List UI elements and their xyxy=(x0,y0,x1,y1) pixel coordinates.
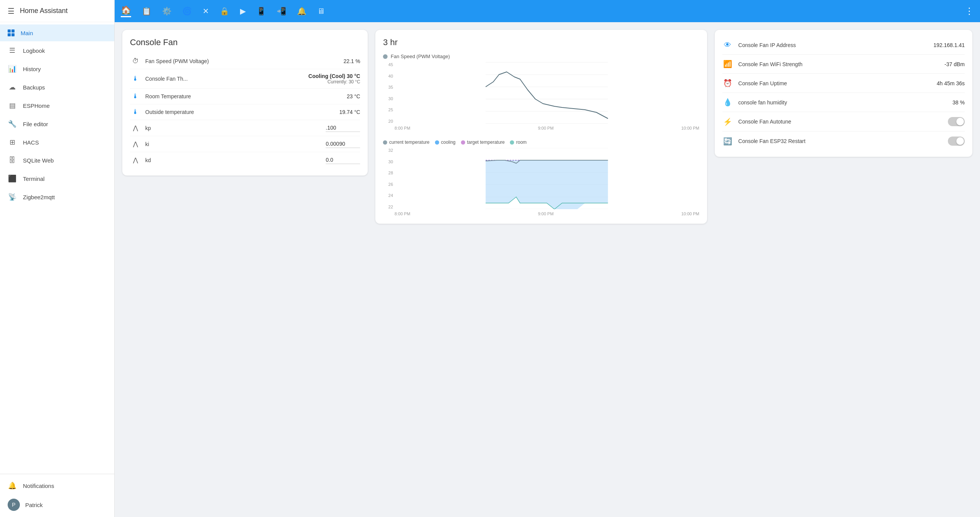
y-label: 24 xyxy=(388,193,393,198)
nav-play-icon[interactable]: ▶ xyxy=(240,7,246,16)
kp-icon: ⋀ xyxy=(130,124,141,132)
sidebar-item-label: File editor xyxy=(23,121,48,127)
zigbee-icon: 📡 xyxy=(8,193,17,201)
sensor-row-room-temp: 🌡 Room Temperature 23 °C xyxy=(130,89,360,104)
sidebar-item-sqlite[interactable]: 🗄 SQLite Web xyxy=(0,151,114,169)
ip-label: Console Fan IP Address xyxy=(738,42,928,48)
sidebar-item-main[interactable]: Main xyxy=(0,24,114,41)
sidebar-item-logbook[interactable]: ☰ Logbook xyxy=(0,41,114,60)
database-icon: 🗄 xyxy=(8,156,17,164)
sidebar-item-label: HACS xyxy=(23,139,39,146)
humidity-label: console fan humidity xyxy=(738,99,948,106)
hamburger-icon[interactable]: ☰ xyxy=(8,7,15,16)
info-row-autotune: ⚡ Console Fan Autotune xyxy=(722,112,965,132)
chart-card-title: 3 hr xyxy=(383,37,699,47)
sidebar-item-history[interactable]: 📊 History xyxy=(0,60,114,78)
legend-current-temp: current temperature xyxy=(383,140,429,145)
notifications-item[interactable]: 🔔 Notifications xyxy=(0,476,114,495)
humidity-value: 38 % xyxy=(952,99,965,106)
x-label: 8:00 PM xyxy=(394,126,410,130)
y-label: 32 xyxy=(388,148,393,153)
ip-value: 192.168.1.41 xyxy=(933,42,965,48)
ki-icon: ⋀ xyxy=(130,140,141,148)
info-row-restart: 🔄 Console Fan ESP32 Restart xyxy=(722,132,965,151)
sidebar-item-label: Backups xyxy=(23,84,45,91)
chart1-y-axis: 45 40 35 30 25 20 xyxy=(383,62,393,124)
sidebar-item-label: SQLite Web xyxy=(23,157,54,164)
eye-icon: 👁 xyxy=(722,41,733,49)
sidebar-item-label: Logbook xyxy=(23,47,45,54)
sidebar-nav: Main ☰ Logbook 📊 History ☁ Backups ▤ ESP… xyxy=(0,22,114,474)
chart1-svg xyxy=(394,62,699,124)
nav-notes-icon[interactable]: 📋 xyxy=(142,7,151,16)
chart1-legend-label: Fan Speed (PWM Voltage) xyxy=(391,54,450,59)
restart-toggle[interactable] xyxy=(948,137,965,146)
wifi-label: Console Fan WiFi Strength xyxy=(738,61,939,67)
y-label: 45 xyxy=(388,62,393,67)
sidebar-item-label: Zigbee2mqtt xyxy=(23,194,55,200)
sidebar-item-zigbee2mqtt[interactable]: 📡 Zigbee2mqtt xyxy=(0,188,114,206)
y-label: 30 xyxy=(388,159,393,164)
y-label: 40 xyxy=(388,74,393,78)
kp-input[interactable] xyxy=(326,124,360,132)
avatar: P xyxy=(8,499,20,511)
app-title: Home Assistant xyxy=(20,7,68,15)
x-label: 8:00 PM xyxy=(394,211,410,216)
nav-close-icon[interactable]: ✕ xyxy=(203,7,209,16)
console-fan-card: Console Fan ⏱ Fan Speed (PWM Voltage) 22… xyxy=(122,30,368,176)
x-label: 10:00 PM xyxy=(681,211,699,216)
sensor-row-kp: ⋀ kp xyxy=(130,120,360,136)
sensor-row-fan-speed: ⏱ Fan Speed (PWM Voltage) 22.1 % xyxy=(130,54,360,69)
sidebar-item-hacs[interactable]: ⊞ HACS xyxy=(0,133,114,151)
sidebar: Main ☰ Logbook 📊 History ☁ Backups ▤ ESP… xyxy=(0,22,115,517)
autotune-toggle[interactable] xyxy=(948,117,965,126)
info-row-wifi: 📶 Console Fan WiFi Strength -37 dBm xyxy=(722,55,965,74)
outside-temp-value: 19.74 °C xyxy=(339,109,360,115)
info-card: 👁 Console Fan IP Address 192.168.1.41 📶 … xyxy=(715,30,972,157)
nav-lock-icon[interactable]: 🔒 xyxy=(220,7,229,16)
nav-display-icon[interactable]: 🖥 xyxy=(317,7,325,16)
barchart-icon: 📊 xyxy=(8,65,17,73)
notifications-icon: 🔔 xyxy=(8,481,17,490)
sidebar-item-terminal[interactable]: ⬛ Terminal xyxy=(0,169,114,188)
hacs-icon: ⊞ xyxy=(8,138,17,146)
ki-input[interactable] xyxy=(326,140,360,148)
user-name: Patrick xyxy=(25,502,43,508)
outside-temp-name: Outside temperature xyxy=(145,109,335,115)
sensor-row-ki: ⋀ ki xyxy=(130,136,360,152)
sidebar-item-label: Terminal xyxy=(23,176,45,182)
autotune-label: Console Fan Autotune xyxy=(738,119,943,125)
uptime-label: Console Fan Uptime xyxy=(738,80,931,86)
top-navigation-bar: 🏠 📋 ⚙️ 🌀 ✕ 🔒 ▶ 📱 📲 🔔 🖥 ⋮ xyxy=(115,0,980,22)
cloud-icon: ☁ xyxy=(8,83,17,91)
legend-target-temp: target temperature xyxy=(461,140,505,145)
chart2-wrapper: 32 30 28 26 24 22 xyxy=(383,148,699,216)
nav-settings-icon[interactable]: ⚙️ xyxy=(162,7,172,16)
nav-bell-icon[interactable]: 🔔 xyxy=(297,7,307,16)
sensor-row-thermostat: 🌡 Console Fan Th... Cooling (Cool) 30 °C… xyxy=(130,69,360,89)
user-item[interactable]: P Patrick xyxy=(0,495,114,515)
chart1-legend-dot xyxy=(383,54,388,59)
nav-tablet-icon[interactable]: 📲 xyxy=(277,7,286,16)
grid-icon xyxy=(8,29,15,36)
info-row-uptime: ⏰ Console Fan Uptime 4h 45m 36s xyxy=(722,74,965,93)
room-temp-name: Room Temperature xyxy=(145,93,342,99)
sidebar-item-backups[interactable]: ☁ Backups xyxy=(0,78,114,96)
nav-mobile-icon[interactable]: 📱 xyxy=(256,7,266,16)
room-temp-value: 23 °C xyxy=(347,93,360,99)
more-options-icon[interactable]: ⋮ xyxy=(965,6,974,16)
x-label: 10:00 PM xyxy=(681,126,699,130)
uptime-value: 4h 45m 36s xyxy=(937,80,965,86)
kd-input[interactable] xyxy=(326,156,360,164)
sidebar-item-file-editor[interactable]: 🔧 File editor xyxy=(0,115,114,133)
y-label: 28 xyxy=(388,171,393,175)
fan-speed-icon: ⏱ xyxy=(130,57,141,65)
nav-fan-icon[interactable]: 🌀 xyxy=(182,7,192,16)
legend-room: room xyxy=(510,140,526,145)
y-label: 20 xyxy=(388,119,393,124)
y-label: 35 xyxy=(388,85,393,89)
sidebar-item-esphome[interactable]: ▤ ESPHome xyxy=(0,96,114,115)
nav-home-icon[interactable]: 🏠 xyxy=(121,5,131,17)
chart2-section: current temperature cooling target tempe… xyxy=(383,140,699,216)
kd-label: kd xyxy=(145,157,321,163)
